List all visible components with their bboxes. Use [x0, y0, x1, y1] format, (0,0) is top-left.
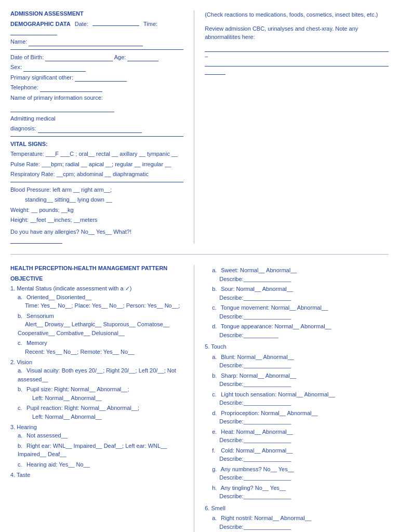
left-column: ADMISSION ASSESSMENT DEMOGRAPHIC DATA Da… [10, 10, 194, 244]
health-perception-title: HEALTH PERCEPTION-HEALTH MANAGEMENT PATT… [10, 265, 183, 271]
touch-e-describe: Describe:_______________ [212, 437, 291, 443]
time-label: Time: [143, 21, 157, 27]
item4-num: 4. [10, 472, 17, 478]
time-field[interactable] [10, 29, 57, 35]
allergy-row: Do you have any allergies? No__ Yes__ Wh… [10, 228, 183, 236]
bp-label: Blood Pressure: left arm __ right arm__; [10, 187, 112, 193]
dob-field[interactable] [45, 55, 113, 61]
smell-sub-list: a. Right nostril: Normal__ Abnormal__ De… [205, 514, 389, 531]
review-line2[interactable] [205, 60, 389, 66]
sub-c-text: Memory [26, 340, 47, 346]
name-field[interactable] [29, 40, 143, 46]
height-label: Height: __feet __inches; __meters [10, 217, 98, 223]
taste-b-label: b. [212, 285, 219, 294]
taste-sub-list: a. Sweet: Normal__ Abnormal__ Describe:_… [205, 266, 389, 339]
mental-sub-b: b. Sensorium Alert__ Drowsy__ Lethargic_… [18, 312, 183, 338]
smell-header: 6. Smell [205, 504, 389, 513]
hearing-a-label: a. [18, 431, 25, 440]
allergies-header: (Check reactions to medications, foods, … [205, 10, 389, 19]
bottom-right-column: a. Sweet: Normal__ Abnormal__ Describe:_… [194, 265, 389, 532]
sex-field[interactable] [23, 65, 86, 72]
tel-label: Telephone: [10, 84, 38, 90]
taste-d-describe: Describe:___________ [212, 332, 278, 338]
review-line3[interactable] [205, 69, 225, 75]
smell-num: 6. [205, 505, 209, 511]
hearing-c-text: Hearing aid: Yes__ No__ [26, 461, 90, 468]
touch-num: 5. [205, 343, 209, 350]
hearing-b-label: b. [18, 442, 25, 450]
separator3 [10, 182, 183, 182]
hearing-b-text: Right ear: WNL__ Impaired__ Deaf__; Left… [18, 443, 167, 458]
item4-label: Taste [17, 472, 30, 478]
height-row: Height: __feet __inches; __meters [10, 216, 183, 224]
touch-c-label: c. [212, 390, 219, 399]
touch-b-text: Sharp: Normal__ Abnormal__ [221, 373, 296, 379]
temp-label: Temperature: ___F ___C ; oral__ rectal _… [10, 151, 178, 157]
smell-a-describe: Describe:_______________ [212, 524, 291, 530]
page: ADMISSION ASSESSMENT DEMOGRAPHIC DATA Da… [0, 0, 399, 532]
touch-h-describe: Describe:_______________ [212, 493, 291, 499]
sub-b-detail: Alert__ Drowsy__ Lethargic__ Stuporous__… [18, 321, 169, 336]
smell-a-text: Right nostril: Normal__ Abnormal__ [221, 515, 311, 521]
list-item-taste: 4. Taste [10, 472, 183, 478]
vital-signs-label: VITAL SIGNS: [10, 141, 48, 147]
resp-label: Respiratory Rate: __cpm; abdominal __ di… [10, 171, 149, 177]
sub-c-detail: Recent: Yes__ No__; Remote: Yes__ No__ [18, 349, 134, 355]
info-source-field[interactable] [10, 106, 114, 112]
tel-field[interactable] [40, 86, 102, 92]
touch-e-text: Heat: Normal__ Abnormal__ [221, 429, 293, 435]
taste-sub-a: a. Sweet: Normal__ Abnormal__ Describe:_… [212, 266, 389, 283]
taste-c-text: Tongue movement: Normal__ Abnormal__ [221, 304, 328, 311]
touch-d-describe: Describe:_______________ [212, 418, 291, 424]
touch-sub-d: d. Proprioception: Normal__ Abnormal__ D… [212, 409, 389, 426]
taste-b-describe: Describe:_______________ [212, 295, 291, 301]
vision-sub-list: a. Visual acuity: Both eyes 20/__; Right… [10, 366, 183, 421]
demo-header: DEMOGRAPHIC DATA Date: Time: [10, 20, 183, 27]
diagnosis-field[interactable] [38, 127, 142, 133]
admitting-row: Admitting medical [10, 114, 183, 123]
pso-field[interactable] [75, 75, 127, 82]
vision-b-label: b. [18, 385, 25, 394]
hearing-sub-list: a. Not assessed__ b. Right ear: WNL__ Im… [10, 431, 183, 469]
assessment-list: 1. Mental Status (indicate assessment wi… [10, 285, 183, 478]
touch-a-label: a. [212, 353, 219, 362]
taste-c-label: c. [212, 303, 219, 312]
taste-a-label: a. [212, 266, 219, 275]
vision-c-text: Pupil reaction: Right: Normal__ Abnormal… [26, 405, 139, 411]
sex-row: Sex: [10, 63, 183, 72]
resp-row: Respiratory Rate: __cpm; abdominal __ di… [10, 170, 183, 179]
weight-label: Weight: __ pounds; __kg [10, 207, 74, 213]
sub-a-detail: Time: Yes__ No__; Place: Yes__ No__; Per… [18, 302, 180, 309]
age-field[interactable] [127, 55, 158, 61]
dob-row: Date of Birth: Age: [10, 53, 183, 62]
touch-g-text: Any numbness? No__ Yes__ [221, 466, 294, 472]
admission-title: ADMISSION ASSESSMENT [10, 10, 183, 17]
sub-a-text: Oriented__ Disoriented__ [26, 294, 91, 300]
touch-sub-e: e. Heat: Normal__ Abnormal__ Describe:__… [212, 428, 389, 445]
touch-sub-g: g. Any numbness? No__ Yes__ Describe:___… [212, 465, 389, 482]
list-item-hearing: 3. Hearing a. Not assessed__ b. Right ea… [10, 424, 183, 469]
info-source-field-row [10, 103, 183, 112]
touch-f-label: f. [212, 446, 219, 455]
mental-sub-c: c. Memory Recent: Yes__ No__; Remote: Ye… [18, 339, 183, 356]
review-line1[interactable] [205, 46, 389, 52]
smell-a-label: a. [212, 514, 219, 523]
review-dash: – [205, 53, 208, 59]
dob-label: Date of Birth: [10, 54, 44, 60]
demo-label: DEMOGRAPHIC DATA [10, 21, 71, 27]
top-section: ADMISSION ASSESSMENT DEMOGRAPHIC DATA Da… [10, 10, 389, 255]
separator2 [10, 136, 183, 137]
date-field[interactable] [92, 20, 139, 26]
bottom-left-column: HEALTH PERCEPTION-HEALTH MANAGEMENT PATT… [10, 265, 194, 532]
item1-label: Mental Status (indicate assessment with … [17, 285, 131, 291]
diagnosis-row: diagnosis: [10, 124, 183, 133]
touch-d-label: d. [212, 409, 219, 418]
item3-label: Hearing [17, 424, 37, 430]
sub-a-label: a. [18, 293, 25, 302]
touch-sub-c: c. Light touch sensation: Normal__ Abnor… [212, 390, 389, 407]
bp-positions-row: standing__ sitting__ lying down __ [10, 195, 183, 204]
pulse-label: Pulse Rate: ___bpm; radial __ apical __;… [10, 161, 171, 167]
item1-num: 1. [10, 285, 17, 291]
sub-b-text: Sensorium [26, 313, 54, 319]
allergy-field[interactable] [10, 237, 62, 244]
